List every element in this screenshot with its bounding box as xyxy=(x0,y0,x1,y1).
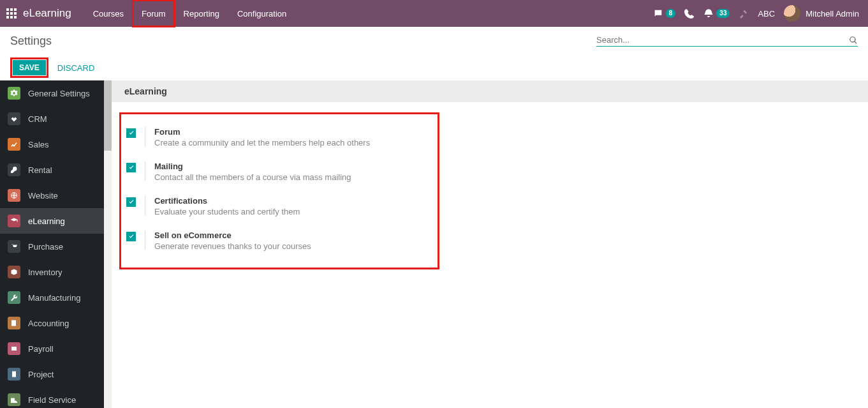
cart-icon xyxy=(8,240,20,253)
activities-icon[interactable]: 33 xyxy=(703,8,730,19)
nav-item-reporting[interactable]: Reporting xyxy=(175,0,228,27)
search-icon[interactable] xyxy=(849,36,858,45)
sidebar-item-label: Field Service xyxy=(28,395,76,405)
top-navbar: eLearning Courses Forum Reporting Config… xyxy=(0,0,868,27)
nav-item-courses[interactable]: Courses xyxy=(84,0,133,27)
graduation-icon xyxy=(8,215,20,227)
option-title: Sell on eCommerce xyxy=(154,230,311,240)
sidebar-item-label: Accounting xyxy=(28,319,69,328)
box-icon xyxy=(8,266,20,278)
company-selector[interactable]: ABC xyxy=(758,9,775,19)
messages-badge: 8 xyxy=(666,9,676,18)
divider xyxy=(145,230,145,250)
sidebar-item-purchase[interactable]: Purchase xyxy=(0,234,112,259)
divider xyxy=(145,196,145,215)
svg-rect-3 xyxy=(6,12,9,15)
activities-badge: 33 xyxy=(716,9,730,18)
sidebar-item-elearning[interactable]: eLearning xyxy=(0,208,112,234)
sidebar-item-general-settings[interactable]: General Settings xyxy=(0,80,112,106)
option-desc: Generate revenues thanks to your courses xyxy=(154,241,311,251)
sidebar-item-payroll[interactable]: Payroll xyxy=(0,336,112,361)
sidebar-item-crm[interactable]: CRM xyxy=(0,106,112,132)
sidebar-item-manufacturing[interactable]: Manufacturing xyxy=(0,285,112,310)
key-icon xyxy=(8,163,20,176)
wrench-icon xyxy=(8,291,20,304)
truck-icon xyxy=(8,393,20,406)
sidebar-item-inventory[interactable]: Inventory xyxy=(0,259,112,285)
search-box[interactable] xyxy=(596,35,858,47)
sidebar-item-label: Rental xyxy=(28,165,52,175)
section-header: eLearning xyxy=(112,80,868,102)
sidebar-item-label: CRM xyxy=(28,114,47,124)
sidebar-item-accounting[interactable]: Accounting xyxy=(0,310,112,336)
option-desc: Evaluate your students and certify them xyxy=(154,207,300,216)
svg-rect-4 xyxy=(10,12,13,15)
svg-rect-6 xyxy=(6,16,9,19)
divider xyxy=(145,127,145,146)
sidebar-item-sales[interactable]: Sales xyxy=(0,132,112,157)
settings-sidebar: General Settings CRM Sales Rental Websit… xyxy=(0,80,112,408)
main-area: General Settings CRM Sales Rental Websit… xyxy=(0,80,868,408)
sidebar-item-label: Project xyxy=(28,370,54,379)
discard-button[interactable]: DISCARD xyxy=(57,63,95,73)
nav-item-configuration[interactable]: Configuration xyxy=(228,0,295,27)
search-input[interactable] xyxy=(596,35,849,45)
checkbox-mailing[interactable] xyxy=(126,163,136,172)
checkbox-certifications[interactable] xyxy=(126,197,136,207)
nav-item-forum[interactable]: Forum xyxy=(133,0,175,27)
avatar xyxy=(784,5,800,22)
option-desc: Contact all the members of a course via … xyxy=(154,172,351,182)
sidebar-scrollbar-track[interactable] xyxy=(104,80,112,408)
option-forum: Forum Create a community and let the mem… xyxy=(126,121,429,155)
tools-icon[interactable] xyxy=(739,8,749,19)
messages-icon[interactable]: 8 xyxy=(653,8,676,19)
apps-icon[interactable] xyxy=(0,8,23,19)
sidebar-item-project[interactable]: Project xyxy=(0,361,112,387)
checkbox-sell-ecommerce[interactable] xyxy=(126,232,136,241)
phone-icon[interactable] xyxy=(684,8,695,19)
page-title: Settings xyxy=(10,34,52,48)
nav-menu: Courses Forum Reporting Configuration xyxy=(84,0,296,27)
save-button[interactable]: SAVE xyxy=(13,60,46,75)
sidebar-item-label: Payroll xyxy=(28,344,54,354)
money-icon xyxy=(8,342,20,355)
divider xyxy=(145,162,145,181)
option-title: Certifications xyxy=(154,196,300,206)
option-mailing: Mailing Contact all the members of a cou… xyxy=(126,155,429,190)
save-highlight-box: SAVE xyxy=(10,57,48,78)
svg-rect-0 xyxy=(6,8,9,11)
sidebar-item-website[interactable]: Website xyxy=(0,183,112,208)
sidebar-item-label: Website xyxy=(28,191,58,200)
handshake-icon xyxy=(8,112,20,125)
control-bar: Settings xyxy=(0,27,868,55)
svg-rect-7 xyxy=(10,16,13,19)
option-certifications: Certifications Evaluate your students an… xyxy=(126,190,429,224)
navbar-right: 8 33 ABC Mitchell Admin xyxy=(653,5,862,22)
settings-content: eLearning Forum Create a community and l… xyxy=(112,80,868,408)
sidebar-item-label: Purchase xyxy=(28,242,63,252)
action-bar: SAVE DISCARD xyxy=(0,55,868,80)
svg-rect-8 xyxy=(14,16,17,19)
user-name: Mitchell Admin xyxy=(805,9,859,19)
svg-rect-2 xyxy=(14,8,17,11)
book-icon xyxy=(8,317,20,329)
option-desc: Create a community and let the members h… xyxy=(154,138,370,147)
svg-rect-1 xyxy=(10,8,13,11)
user-menu[interactable]: Mitchell Admin xyxy=(784,5,859,22)
sidebar-item-field-service[interactable]: Field Service xyxy=(0,387,112,408)
gear-icon xyxy=(8,87,20,100)
clipboard-icon xyxy=(8,368,20,381)
chart-icon xyxy=(8,138,20,151)
sidebar-item-rental[interactable]: Rental xyxy=(0,157,112,183)
app-title[interactable]: eLearning xyxy=(23,7,71,20)
svg-rect-5 xyxy=(14,12,17,15)
sidebar-item-label: General Settings xyxy=(28,89,90,98)
option-title: Mailing xyxy=(154,162,351,171)
globe-icon xyxy=(8,189,20,202)
sidebar-scrollbar-thumb[interactable] xyxy=(104,80,112,151)
sidebar-item-label: Sales xyxy=(28,140,49,149)
option-sell-ecommerce: Sell on eCommerce Generate revenues than… xyxy=(126,224,429,259)
checkbox-forum[interactable] xyxy=(126,128,136,138)
option-title: Forum xyxy=(154,127,370,137)
sidebar-item-label: Inventory xyxy=(28,268,62,277)
